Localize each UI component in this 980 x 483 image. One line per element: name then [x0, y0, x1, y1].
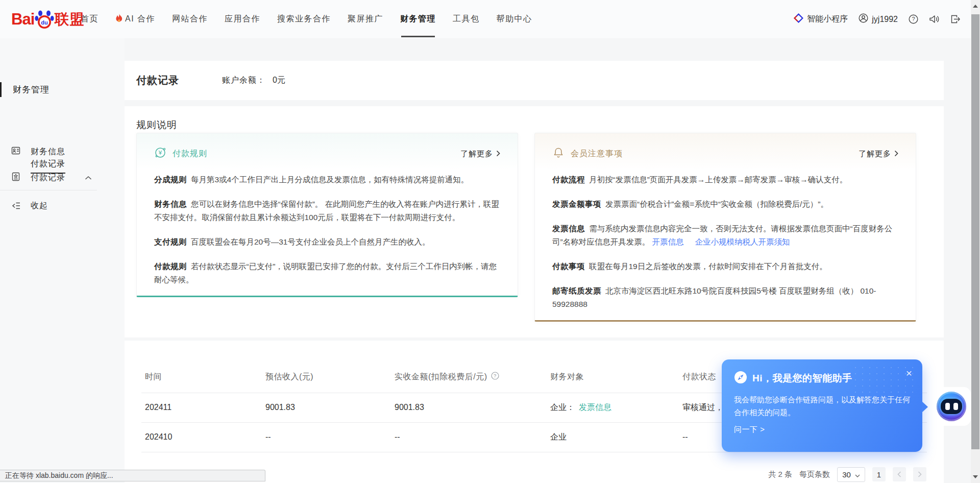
learn-more-link[interactable]: 了解更多 — [859, 149, 898, 159]
learn-more-label: 了解更多 — [859, 149, 891, 159]
assistant-launcher[interactable] — [932, 387, 971, 426]
app-window: Bai du 联盟 首页 AI 合作 — [0, 0, 980, 483]
per-page-select[interactable]: 30 — [837, 467, 865, 482]
browser-status-bar: 正在等待 xlab.baidu.com 的响应... — [0, 470, 265, 481]
rule-item: 支付规则百度联盟会在每月20号—31号支付企业会员上个自然月产生的收入。 — [154, 235, 500, 249]
col-actual-amount: 实收金额(扣除税费后/元) ? — [395, 372, 550, 382]
note-item: 邮寄纸质发票北京市海淀区西北旺东路10号院百度科技园5号楼 百度联盟财务组（收）… — [552, 284, 898, 311]
nav-item-toolkit[interactable]: 工具包 — [453, 14, 480, 25]
nav-item-ai-label: AI 合作 — [125, 14, 155, 25]
nav-item-search-business[interactable]: 搜索业务合作 — [277, 14, 331, 25]
close-icon[interactable]: × — [906, 368, 912, 378]
nav-item-website[interactable]: 网站合作 — [172, 14, 208, 25]
nav-item-ai[interactable]: AI 合作 — [115, 14, 155, 25]
col-actual-amount-label: 实收金额(扣除税费后/元) — [395, 372, 487, 382]
announcement-speaker-icon[interactable] — [929, 14, 940, 24]
robot-eye — [953, 403, 958, 410]
help-icon[interactable]: ? — [909, 14, 918, 24]
rule-label: 支付规则 — [154, 237, 187, 246]
sidebar-collapse-button[interactable]: 收起 — [0, 198, 125, 214]
robot-eye — [945, 403, 950, 410]
collapse-label: 收起 — [31, 201, 48, 211]
svg-text:?: ? — [912, 16, 915, 22]
top-navbar: Bai du 联盟 首页 AI 合作 — [0, 0, 980, 38]
rules-section-title: 规则说明 — [136, 118, 177, 132]
robot-avatar-icon — [937, 392, 966, 421]
assistant-title: Hi，我是您的智能助手 — [752, 372, 852, 385]
learn-more-label: 了解更多 — [460, 149, 493, 159]
assistant-message: 我会帮助您诊断合作链路问题，以及解答您关于任何合作相关的问题。 — [722, 386, 922, 419]
cell-target: 企业：发票信息 — [550, 402, 682, 413]
mini-program-entry[interactable]: 智能小程序 — [794, 13, 848, 25]
nav-item-finance[interactable]: 财务管理 — [400, 14, 436, 25]
help-circle-icon[interactable]: ? — [491, 372, 499, 382]
nav-item-help-center[interactable]: 帮助中心 — [497, 14, 532, 25]
svg-text:du: du — [41, 19, 48, 26]
member-notes-card: 会员注意事项 了解更多 付款流程月初按“发票信息”页面开具发票→上传发票→邮寄发… — [534, 133, 916, 322]
note-label: 邮寄纸质发票 — [552, 286, 601, 295]
nav-item-home[interactable]: 首页 — [81, 14, 99, 25]
smart-mini-program-icon — [794, 13, 803, 25]
note-item: 发票信息需与系统内发票信息内容完全一致，否则无法支付。请根据发票信息页面中“百度… — [552, 222, 898, 249]
balance-label: 账户余额： — [222, 75, 265, 86]
page-header-panel: 付款记录 账户余额： 0元 — [125, 61, 944, 100]
scrollbar-thumb[interactable] — [971, 14, 979, 449]
navbar-right: 智能小程序 jyj1992 ? — [794, 0, 961, 38]
invoice-info-link[interactable]: 开票信息 — [652, 237, 683, 246]
vertical-scrollbar[interactable] — [971, 0, 980, 483]
finance-info-icon — [11, 146, 20, 157]
logout-icon[interactable] — [950, 14, 961, 24]
scroll-down-arrow-icon[interactable] — [971, 473, 980, 481]
sidebar-subitem-payment-records-active[interactable]: 付款记录 — [31, 159, 65, 174]
rule-text: 您可以在财务信息中选择“保留付款”。 在此期间您产生的收入将在账户内进行累计，联… — [154, 200, 499, 222]
learn-more-link[interactable]: 了解更多 — [460, 149, 500, 159]
scroll-up-arrow-icon[interactable] — [971, 2, 980, 10]
sidebar: 财务管理 财务信息 付款记录 付款记录 收起 — [0, 38, 125, 483]
balance-value: 0元 — [273, 75, 285, 86]
col-time: 时间 — [145, 372, 265, 382]
sidebar-item-label: 付款记录 — [31, 173, 65, 183]
sidebar-item-finance-info[interactable]: 财务信息 — [0, 143, 125, 160]
main-nav: 首页 AI 合作 网站合作 应用合作 搜索业务合作 聚屏推广 财务管理 工具包 … — [81, 0, 532, 38]
bell-icon — [552, 147, 565, 161]
collapse-icon — [11, 201, 21, 212]
page-number-button[interactable]: 1 — [872, 467, 886, 481]
logo-text-union: 联盟 — [55, 10, 84, 29]
chevron-up-icon[interactable] — [85, 173, 92, 182]
per-page-label: 每页条数 — [799, 470, 830, 479]
next-page-button[interactable] — [913, 467, 926, 481]
rule-item: 分成规则每月第3或4个工作日产出上月分成信息及发票信息，如有特殊情况将提前通知。 — [154, 173, 500, 186]
nav-item-screen-promo[interactable]: 聚屏推广 — [348, 14, 383, 25]
popup-tail — [922, 401, 928, 413]
nav-item-app[interactable]: 应用合作 — [225, 14, 260, 25]
rule-text: 每月第3或4个工作日产出上月分成信息及发票信息，如有特殊情况将提前通知。 — [191, 175, 469, 184]
rule-label: 分成规则 — [154, 175, 187, 184]
rule-text: 若付款状态显示“已支付”，说明联盟已安排了您的付款。支付后三个工作日内到帐，请您… — [154, 262, 497, 284]
small-taxpayer-guide-link[interactable]: 企业小规模纳税人开票须知 — [695, 237, 790, 246]
payment-rules-card: ¥ 付款规则 了解更多 分成规则每月第3或4个工作日产出上月分成信息及发票信息，… — [136, 133, 518, 297]
cell-time: 202411 — [145, 403, 265, 412]
note-label: 发票信息 — [552, 224, 585, 233]
invoice-info-table-link[interactable]: 发票信息 — [579, 403, 611, 412]
cell-actual: 9001.83 — [395, 403, 550, 412]
sidebar-active-indicator — [0, 82, 2, 97]
baidu-union-logo[interactable]: Bai du 联盟 — [11, 9, 84, 30]
rule-label: 财务信息 — [154, 200, 187, 208]
card-title: 付款规则 — [173, 149, 207, 159]
cell-target: 企业 — [550, 432, 682, 443]
rule-text: 百度联盟会在每月20号—31号支付企业会员上个自然月产生的收入。 — [191, 237, 430, 246]
ask-now-link[interactable]: 问一下 > — [722, 419, 922, 434]
user-icon — [859, 13, 868, 25]
note-text: 月初按“发票信息”页面开具发票→上传发票→邮寄发票→审核→确认支付。 — [589, 175, 847, 184]
username: jyj1992 — [872, 15, 898, 24]
pagination: 共 2 条 每页条数 30 1 — [768, 467, 926, 482]
note-item: 付款事项联盟在每月19日之后签收的发票，付款时间安排在下个月首批支付。 — [552, 260, 898, 273]
total-count: 共 2 条 — [768, 470, 792, 479]
sidebar-section-title: 财务管理 — [13, 84, 50, 95]
col-finance-target: 财务对象 — [550, 372, 682, 382]
note-text: 发票票面“价税合计”金额=系统中“实收金额（扣除税费后/元）”。 — [605, 200, 828, 208]
note-item: 发票金额事项发票票面“价税合计”金额=系统中“实收金额（扣除税费后/元）”。 — [552, 198, 898, 211]
prev-page-button[interactable] — [893, 467, 906, 481]
user-account[interactable]: jyj1992 — [859, 13, 898, 25]
page-title: 付款记录 — [136, 74, 179, 87]
